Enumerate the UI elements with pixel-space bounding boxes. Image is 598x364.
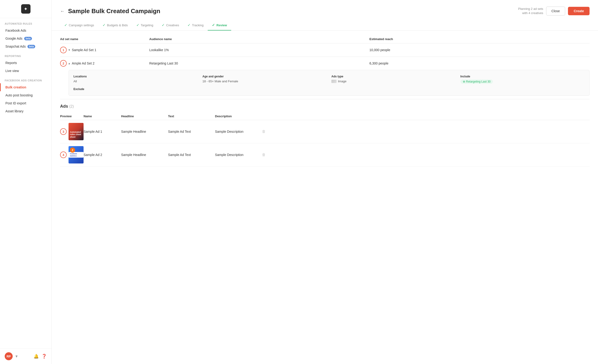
sidebar-item-auto-post-boosting[interactable]: Auto post boosting: [0, 91, 51, 99]
row-number-3: 3: [60, 128, 67, 135]
tab-label: Budgets & Bids: [107, 24, 128, 27]
detail-label-include: Include: [460, 75, 585, 78]
tab-campaign-settings[interactable]: ✓ Campaign settings: [60, 20, 98, 31]
sidebar-item-google-ads[interactable]: Google Ads beta: [0, 34, 51, 42]
include-tag: ⊕ Retargeting Last 30: [460, 80, 493, 84]
ad-description-1: Sample Description: [215, 130, 262, 133]
ad-text-1: Sample Ad Text: [168, 130, 215, 133]
bell-icon[interactable]: 🔔: [33, 354, 39, 359]
chevron-down-icon: ▾: [68, 48, 70, 52]
sidebar-item-bulk-creation[interactable]: Bulk creation: [0, 83, 51, 91]
image-type-thumb: [331, 80, 337, 83]
ad-headline-1: Sample Headline: [121, 130, 168, 133]
ad-preview-cell-1: 3 Automated rules cheat sheet: [60, 123, 83, 140]
sidebar-item-reports[interactable]: Reports: [0, 59, 51, 67]
sidebar-item-live-view[interactable]: Live view: [0, 67, 51, 75]
sidebar-item-post-id-export[interactable]: Post ID export: [0, 99, 51, 107]
tab-creatives[interactable]: ✓ Creatives: [158, 20, 183, 31]
detail-include: Include ⊕ Retargeting Last 30: [460, 75, 585, 84]
sidebar-bottom-icons: 🔔 ❓: [33, 354, 47, 359]
section-label-automated-rules: Automated Rules: [0, 18, 51, 26]
check-icon: ✓: [64, 23, 67, 27]
section-label-reporting: Reporting: [0, 50, 51, 59]
avatar[interactable]: RP: [5, 352, 13, 360]
detail-grid: Locations All Age and gender 18 - 65+ Ma…: [74, 75, 585, 84]
detail-value-include: ⊕ Retargeting Last 30: [460, 80, 585, 84]
check-icon: ✓: [103, 23, 106, 27]
tab-label: Targeting: [141, 24, 153, 27]
check-icon: ✓: [136, 23, 139, 27]
ad-preview-image-2: Z Custom metrics: [68, 146, 83, 163]
ad-headline-2: Sample Headline: [121, 153, 168, 157]
main-panel: ← Sample Bulk Created Campaign Planning …: [52, 0, 598, 364]
plus-circle-icon: ⊕: [463, 80, 465, 83]
sidebar-bottom: RP ▾ 🔔 ❓: [0, 348, 51, 364]
check-icon: ✓: [212, 23, 215, 27]
tab-budgets-bids[interactable]: ✓ Budgets & Bids: [98, 20, 132, 31]
delete-ad-button-1[interactable]: 🗑: [262, 129, 271, 134]
ad-set-row-1-main[interactable]: 1 ▾ Sample Ad Set 1 Lookalike 1% 10,000 …: [60, 43, 590, 57]
chevron-up-icon: ▴: [68, 62, 70, 65]
tab-review[interactable]: ✓ Review: [208, 20, 231, 31]
tab-tracking[interactable]: ✓ Tracking: [183, 20, 208, 31]
col-header-estimated-reach: Estimated reach: [369, 37, 590, 41]
chevron-down-icon[interactable]: ▾: [16, 354, 18, 359]
reach-cell-1: 10,000 people: [369, 48, 590, 52]
sidebar-item-label: Live view: [5, 69, 19, 73]
section-label-fb-creation: Facebook Ads Creation: [0, 75, 51, 83]
svg-text:Z: Z: [72, 149, 73, 152]
sidebar-item-snapchat-ads[interactable]: Snapchat Ads beta: [0, 42, 51, 50]
audience-name-cell-2: Retargeting Last 30: [149, 61, 369, 65]
detail-label-ads-type: Ads type: [331, 75, 456, 78]
ad-set-row-2-main[interactable]: 2 ▴ Ample Ad Set 2 Retargeting Last 30 6…: [60, 57, 590, 70]
ad-set-name: Sample Ad Set 1: [72, 48, 96, 52]
beta-badge-google: beta: [24, 37, 32, 40]
ads-count: (2): [69, 104, 74, 108]
sidebar-item-asset-library[interactable]: Asset library: [0, 107, 51, 115]
ad-preview-cell-2: 4 Z Custom metrics: [60, 146, 83, 163]
sidebar-item-label: Post ID export: [5, 101, 26, 105]
row-number-4: 4: [60, 152, 67, 158]
wizard-tabs: ✓ Campaign settings ✓ Budgets & Bids ✓ T…: [60, 20, 590, 31]
ad-set-row-1: 1 ▾ Sample Ad Set 1 Lookalike 1% 10,000 …: [60, 43, 590, 57]
ad-set-name: Ample Ad Set 2: [72, 61, 95, 65]
tab-label: Tracking: [192, 24, 203, 27]
preview-text-1: Automated rules cheat sheet: [70, 131, 82, 138]
ad-set-detail-panel: Locations All Age and gender 18 - 65+ Ma…: [68, 70, 590, 96]
ad-name-1: Sample Ad 1: [83, 130, 121, 133]
ads-col-name: Name: [83, 114, 121, 118]
col-header-ad-set-name: Ad set name: [60, 37, 149, 41]
create-button[interactable]: Create: [568, 7, 590, 15]
detail-label-age-gender: Age and gender: [203, 75, 327, 78]
beta-badge-snapchat: beta: [27, 45, 35, 48]
sidebar-item-label: Facebook Ads: [5, 29, 26, 32]
title-row: ← Sample Bulk Created Campaign: [60, 8, 160, 15]
ads-col-preview: Preview: [60, 114, 83, 118]
reach-cell-2: 6,300 people: [369, 61, 590, 65]
ad-row-1: 3 Automated rules cheat sheet Sample Ad …: [60, 120, 590, 143]
tab-targeting[interactable]: ✓ Targeting: [132, 20, 158, 31]
tab-label: Review: [216, 24, 227, 27]
ad-set-row-2: 2 ▴ Ample Ad Set 2 Retargeting Last 30 6…: [60, 57, 590, 99]
ad-text-2: Sample Ad Text: [168, 153, 215, 157]
sidebar-item-label: Snapchat Ads: [5, 45, 25, 48]
sidebar-section-automated-rules: Automated Rules Facebook Ads Google Ads …: [0, 18, 51, 50]
back-button[interactable]: ←: [60, 8, 65, 14]
tab-label: Campaign settings: [69, 24, 94, 27]
ad-preview-image-1: Automated rules cheat sheet: [68, 123, 83, 140]
ad-set-name-cell-1: 1 ▾ Sample Ad Set 1: [60, 47, 149, 53]
sidebar-section-reporting: Reporting Reports Live view: [0, 50, 51, 75]
col-header-audience-name: Audience name: [149, 37, 369, 41]
ads-col-text: Text: [168, 114, 215, 118]
sidebar-item-facebook-ads[interactable]: Facebook Ads: [0, 26, 51, 34]
sidebar-section-fb-creation: Facebook Ads Creation Bulk creation Auto…: [0, 75, 51, 115]
ad-name-2: Sample Ad 2: [83, 153, 121, 157]
detail-age-gender: Age and gender 18 - 65+ Male and Female: [203, 75, 327, 84]
detail-value-age-gender: 18 - 65+ Male and Female: [203, 80, 327, 83]
ad-set-name-cell-2: 2 ▴ Ample Ad Set 2: [60, 60, 149, 67]
close-button[interactable]: Close: [546, 7, 565, 16]
ad-row-2: 4 Z Custom metrics Sample Ad 2 Sample He…: [60, 143, 590, 167]
detail-locations: Locations All: [74, 75, 198, 84]
help-icon[interactable]: ❓: [42, 354, 47, 359]
delete-ad-button-2[interactable]: 🗑: [262, 153, 271, 157]
